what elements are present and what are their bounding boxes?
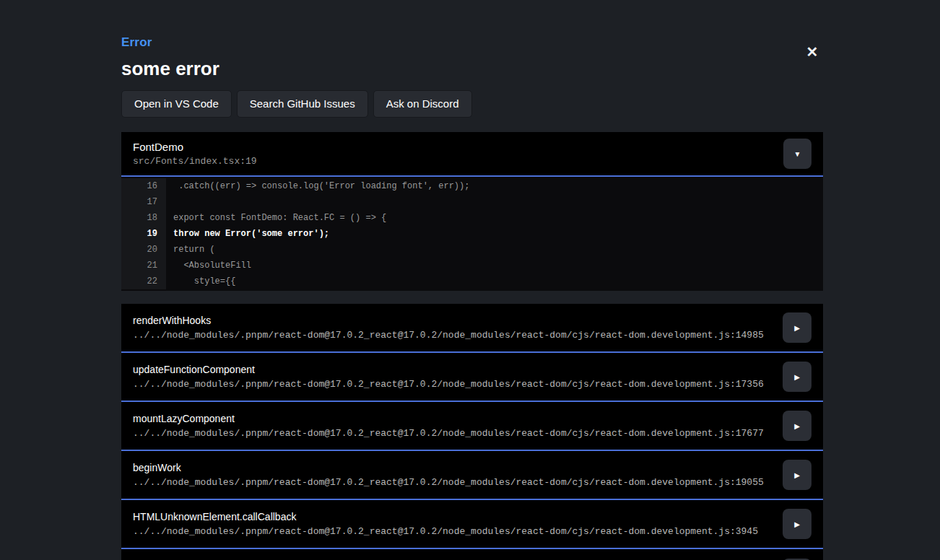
- expand-frame-button[interactable]: ▶: [783, 460, 811, 490]
- code-frame-function-name: FontDemo: [133, 141, 257, 153]
- collapse-code-button[interactable]: ▼: [783, 139, 811, 169]
- stack-frame-texts: mountLazyComponent ../../node_modules/.p…: [133, 413, 764, 439]
- line-number: 19: [121, 226, 166, 242]
- code-line: 20 return (: [121, 242, 823, 258]
- stack-frame-path: ../../node_modules/.pnpm/react-dom@17.0.…: [133, 379, 764, 390]
- code-line: 19 throw new Error('some error');: [121, 226, 823, 242]
- stack-frame: mountLazyComponent ../../node_modules/.p…: [121, 402, 823, 451]
- search-github-issues-button[interactable]: Search GitHub Issues: [237, 90, 368, 118]
- chevron-down-icon: ▼: [794, 150, 801, 158]
- stack-frame: updateFunctionComponent ../../node_modul…: [121, 353, 823, 402]
- code-line: 17: [121, 194, 823, 210]
- stack-frame-path: ../../node_modules/.pnpm/react-dom@17.0.…: [133, 526, 758, 537]
- line-number: 18: [121, 210, 166, 226]
- line-number: 20: [121, 242, 166, 258]
- line-text: style={{: [166, 274, 235, 289]
- play-icon: ▶: [794, 324, 800, 332]
- code-line: 21 <AbsoluteFill: [121, 258, 823, 274]
- error-overlay: Error some error Open in VS CodeSearch G…: [121, 0, 823, 560]
- code-line: 16 .catch((err) => console.log('Error lo…: [121, 178, 823, 194]
- line-number: 21: [121, 258, 166, 274]
- line-text: <AbsoluteFill: [166, 258, 251, 274]
- expand-frame-button[interactable]: ▶: [783, 411, 811, 441]
- stack-frame: beginWork ../../node_modules/.pnpm/react…: [121, 451, 823, 500]
- stack-frame-name: mountLazyComponent: [133, 413, 764, 424]
- stack-frame-path: ../../node_modules/.pnpm/react-dom@17.0.…: [133, 477, 764, 488]
- code-frame: FontDemo src/Fonts/index.tsx:19 ▼ 16 .ca…: [121, 132, 823, 291]
- stack-frame-texts: beginWork ../../node_modules/.pnpm/react…: [133, 462, 764, 488]
- play-icon: ▶: [794, 422, 800, 430]
- stack-frame-path: ../../node_modules/.pnpm/react-dom@17.0.…: [133, 428, 764, 439]
- line-text: throw new Error('some error');: [166, 226, 329, 242]
- stack-frame-texts: updateFunctionComponent ../../node_modul…: [133, 364, 764, 390]
- stack-frame-name: renderWithHooks: [133, 315, 764, 326]
- stack-frame: renderWithHooks ../../node_modules/.pnpm…: [121, 304, 823, 353]
- code-line: 18 export const FontDemo: React.FC = () …: [121, 210, 823, 226]
- code-line: 22 style={{: [121, 274, 823, 289]
- line-text: .catch((err) => console.log('Error loadi…: [166, 178, 469, 194]
- line-number: 17: [121, 194, 166, 210]
- stack-frame-name: beginWork: [133, 462, 764, 473]
- play-icon: ▶: [794, 520, 800, 528]
- stack-frame: HTMLUnknownElement.callCallback ../../no…: [121, 500, 823, 549]
- stack-frame-name: HTMLUnknownElement.callCallback: [133, 511, 758, 522]
- stack-frame-name: updateFunctionComponent: [133, 364, 764, 375]
- error-kicker: Error: [121, 35, 823, 50]
- stack-frame-texts: renderWithHooks ../../node_modules/.pnpm…: [133, 315, 764, 341]
- play-icon: ▶: [794, 373, 800, 381]
- code-body: 16 .catch((err) => console.log('Error lo…: [121, 177, 823, 291]
- play-icon: ▶: [794, 471, 800, 479]
- stack-frame-partial: ▶: [121, 549, 823, 560]
- open-in-vs-code-button[interactable]: Open in VS Code: [121, 90, 232, 118]
- line-text: export const FontDemo: React.FC = () => …: [166, 210, 386, 226]
- action-buttons-row: Open in VS CodeSearch GitHub IssuesAsk o…: [121, 90, 823, 118]
- line-text: return (: [166, 242, 215, 258]
- expand-frame-button[interactable]: ▶: [783, 312, 811, 343]
- stack-frame-path: ../../node_modules/.pnpm/react-dom@17.0.…: [133, 330, 764, 341]
- ask-on-discord-button[interactable]: Ask on Discord: [373, 90, 472, 118]
- line-number: 16: [121, 178, 166, 194]
- code-frame-titles: FontDemo src/Fonts/index.tsx:19: [133, 141, 257, 167]
- line-text: [166, 194, 173, 210]
- stack-trace-list: renderWithHooks ../../node_modules/.pnpm…: [121, 304, 823, 560]
- line-number: 22: [121, 274, 166, 289]
- error-title: some error: [121, 58, 823, 80]
- code-frame-location: src/Fonts/index.tsx:19: [133, 156, 257, 167]
- expand-frame-button[interactable]: ▶: [783, 362, 811, 392]
- expand-frame-button[interactable]: ▶: [783, 509, 811, 539]
- code-frame-header: FontDemo src/Fonts/index.tsx:19 ▼: [121, 132, 823, 177]
- stack-frame-texts: HTMLUnknownElement.callCallback ../../no…: [133, 511, 758, 537]
